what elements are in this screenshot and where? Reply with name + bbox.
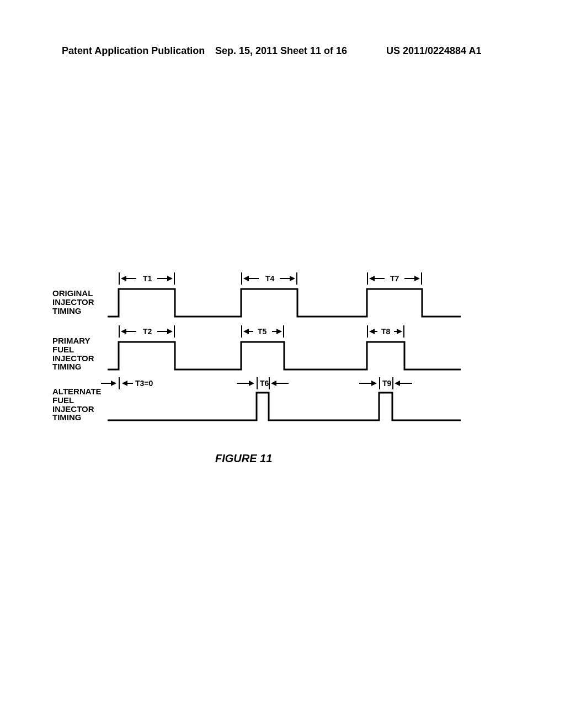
dim-label: T2 xyxy=(143,327,152,336)
dim-label: T5 xyxy=(258,327,266,336)
dim-label: T1 xyxy=(143,274,152,283)
dim-t6: T6 xyxy=(237,377,290,389)
header-pubnumber: US 2011/0224884 A1 xyxy=(386,45,481,57)
dim-label: T9 xyxy=(382,379,391,388)
dim-label: T6 xyxy=(260,379,269,388)
dim-label: T3=0 xyxy=(135,379,153,388)
dim-t8: T8 xyxy=(367,325,404,338)
dim-label: T8 xyxy=(381,327,390,336)
dim-t5: T5 xyxy=(241,325,284,338)
dim-t3: T3=0 xyxy=(101,377,162,389)
figure-caption: FIGURE 11 xyxy=(215,452,272,465)
header-publication: Patent Application Publication xyxy=(62,45,205,57)
timing-waveforms xyxy=(52,265,461,430)
dim-t1: T1 xyxy=(119,272,175,285)
dim-t9: T9 xyxy=(359,377,414,389)
dim-label: T7 xyxy=(390,274,399,283)
dim-label: T4 xyxy=(265,274,274,283)
dim-t2: T2 xyxy=(119,325,175,338)
dim-t7: T7 xyxy=(367,272,422,285)
header-date-sheet: Sep. 15, 2011 Sheet 11 of 16 xyxy=(215,45,347,57)
dim-t4: T4 xyxy=(241,272,297,285)
